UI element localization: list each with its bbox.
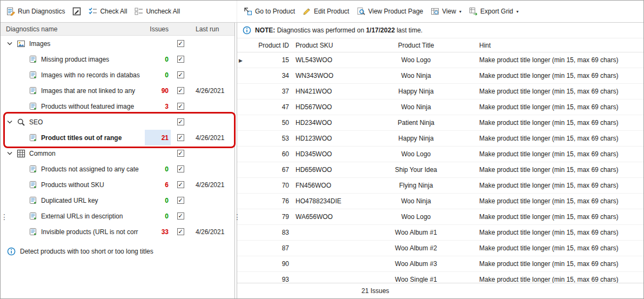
- left-edge-grip[interactable]: ⋮: [1, 214, 8, 220]
- group-checkbox[interactable]: ✓: [177, 40, 184, 47]
- cell-product-title: Woo Ninja: [359, 72, 473, 79]
- chevron-down-icon[interactable]: [7, 151, 13, 155]
- column-header-product-sku[interactable]: Product SKU: [289, 42, 359, 49]
- item-checkbox[interactable]: ✓: [177, 212, 184, 220]
- group-label: Images: [29, 40, 50, 48]
- cell-product-title: Woo Logo: [359, 213, 473, 221]
- uncheck-all-icon: [135, 7, 143, 16]
- edit-product-icon: [303, 7, 311, 16]
- table-row[interactable]: 83Woo Album #1Make product title longer …: [237, 225, 643, 241]
- cell-product-id: 50: [246, 119, 289, 127]
- cell-hint: Make product title longer (min 15, max 6…: [473, 213, 643, 221]
- panel-splitter[interactable]: ⋮: [235, 23, 237, 298]
- column-header-diagnostics-name[interactable]: Diagnostics name: [1, 25, 145, 33]
- item-checkbox[interactable]: ✓: [177, 165, 184, 172]
- pencil-square-icon: [72, 7, 81, 16]
- chevron-down-icon[interactable]: [7, 120, 13, 124]
- table-row[interactable]: ▶15WL543WOOWoo LogoMake product title lo…: [237, 52, 643, 68]
- table-row[interactable]: 90Woo Album #3Make product title longer …: [237, 256, 643, 272]
- column-header-product-id[interactable]: Product ID: [246, 42, 289, 49]
- check-all-button[interactable]: Check All: [85, 4, 130, 18]
- diagnostic-item[interactable]: Products without SKU6✓4/26/2021: [1, 177, 234, 192]
- item-checkbox[interactable]: ✓: [177, 87, 184, 94]
- cell-product-id: 37: [246, 88, 289, 95]
- item-checkbox[interactable]: ✓: [177, 181, 184, 188]
- table-row[interactable]: 93Woo Single #1Make product title longer…: [237, 272, 643, 283]
- export-grid-dropdown-button[interactable]: Export Grid ▾: [466, 4, 522, 18]
- item-checkbox[interactable]: ✓: [177, 197, 184, 204]
- cell-product-title: Woo Logo: [359, 150, 473, 158]
- diagnostic-item[interactable]: Products without featured image3✓: [1, 98, 234, 114]
- group-label: SEO: [29, 118, 43, 126]
- edit-product-button[interactable]: Edit Product: [299, 4, 352, 18]
- item-checkbox[interactable]: ✓: [177, 56, 184, 63]
- group-label: Common: [29, 150, 56, 157]
- cell-product-id: 15: [246, 56, 289, 64]
- go-to-product-button[interactable]: Go to Product: [240, 4, 298, 18]
- item-checkbox[interactable]: ✓: [177, 103, 184, 110]
- cell-hint: Make product title longer (min 15, max 6…: [473, 276, 643, 283]
- item-checkbox[interactable]: ✓: [177, 71, 184, 78]
- splitter-grip[interactable]: ⋮: [233, 214, 241, 220]
- table-row[interactable]: 34WN343WOOWoo NinjaMake product title lo…: [237, 68, 643, 84]
- pencil-square-button[interactable]: [69, 4, 84, 18]
- table-row[interactable]: 50HD234WOOPatient NinjaMake product titl…: [237, 115, 643, 131]
- diagnostic-item[interactable]: Missing product images0✓: [1, 51, 234, 67]
- info-icon: [243, 26, 251, 35]
- tree-group-seo[interactable]: SEO✓: [1, 114, 234, 130]
- table-row[interactable]: 79WA656WOOWoo LogoMake product title lon…: [237, 209, 643, 225]
- tree-group-common[interactable]: Common✓: [1, 145, 234, 161]
- group-checkbox[interactable]: ✓: [177, 118, 184, 125]
- diagnostic-item-icon: [29, 102, 37, 111]
- diagnostic-item[interactable]: Images with no records in databas0✓: [1, 67, 234, 83]
- table-row[interactable]: 47HD567WOOWoo NinjaMake product title lo…: [237, 99, 643, 115]
- issues-count: 21: [145, 130, 171, 145]
- column-header-product-title[interactable]: Product Title: [359, 42, 473, 49]
- cell-product-sku: HN421WOO: [289, 88, 359, 95]
- export-grid-icon: [469, 7, 478, 16]
- cell-product-title: Flying Ninja: [359, 182, 473, 189]
- cell-product-id: 87: [246, 244, 289, 252]
- diagnostic-item[interactable]: Duplicated URL key0✓: [1, 192, 234, 208]
- table-row[interactable]: 76HO4788234DIEWoo NinjaMake product titl…: [237, 194, 643, 209]
- table-row[interactable]: 37HN421WOOHappy NinjaMake product title …: [237, 84, 643, 99]
- cell-product-title: Woo Logo: [359, 56, 473, 64]
- column-header-issues[interactable]: Issues: [145, 25, 171, 33]
- item-checkbox[interactable]: ✓: [177, 228, 184, 235]
- column-header-last-run[interactable]: Last run: [190, 25, 234, 33]
- cell-hint: Make product title longer (min 15, max 6…: [473, 229, 643, 236]
- diagnostic-item[interactable]: Images that are not linked to any90✓4/26…: [1, 83, 234, 98]
- table-row[interactable]: 67HD656WOOShip Your IdeaMake product tit…: [237, 162, 643, 178]
- diagnostics-column-headers: Diagnostics name Issues Last run: [1, 23, 234, 36]
- issues-count: [145, 36, 171, 51]
- group-checkbox[interactable]: ✓: [177, 150, 184, 157]
- cell-product-title: Woo Album #2: [359, 244, 473, 252]
- common-group-icon: [17, 149, 25, 158]
- diagnostic-item[interactable]: Invisible products (URL is not corr33✓4/…: [1, 224, 234, 240]
- diagnostic-item[interactable]: Products not assigned to any cate0✓: [1, 161, 234, 177]
- run-diagnostics-button[interactable]: Run Diagnostics: [3, 4, 68, 18]
- diagnostic-label: Products without featured image: [41, 103, 134, 110]
- row-marker-cell: ▶: [237, 56, 246, 64]
- chevron-down-icon[interactable]: [7, 42, 13, 45]
- table-row[interactable]: 70FN456WOOFlying NinjaMake product title…: [237, 178, 643, 194]
- view-dropdown-button[interactable]: View ▾: [427, 4, 465, 18]
- diagnostic-label: Products without SKU: [41, 181, 104, 189]
- cell-hint: Make product title longer (min 15, max 6…: [473, 260, 643, 268]
- run-diagnostics-icon: [6, 7, 15, 16]
- uncheck-all-button[interactable]: Uncheck All: [131, 4, 183, 18]
- diagnostic-item[interactable]: External URLs in description0✓: [1, 208, 234, 224]
- item-checkbox[interactable]: ✓: [177, 134, 184, 141]
- column-header-hint[interactable]: Hint: [473, 42, 643, 49]
- tree-group-images[interactable]: Images✓: [1, 36, 234, 51]
- table-row[interactable]: 87Woo Album #2Make product title longer …: [237, 241, 643, 256]
- issues-total: 21 Issues: [361, 287, 389, 295]
- table-row[interactable]: 60HD345WOOWoo LogoMake product title lon…: [237, 147, 643, 162]
- view-product-page-button[interactable]: View Product Page: [353, 4, 426, 18]
- cell-product-title: Happy Ninja: [359, 135, 473, 142]
- table-row[interactable]: 53HD123WOOHappy NinjaMake product title …: [237, 131, 643, 147]
- diagnostic-item[interactable]: Product titles out of range21✓4/26/2021: [1, 130, 234, 145]
- cell-hint: Make product title longer (min 15, max 6…: [473, 182, 643, 189]
- cell-product-title: Woo Ninja: [359, 103, 473, 111]
- view-label: View: [442, 8, 456, 15]
